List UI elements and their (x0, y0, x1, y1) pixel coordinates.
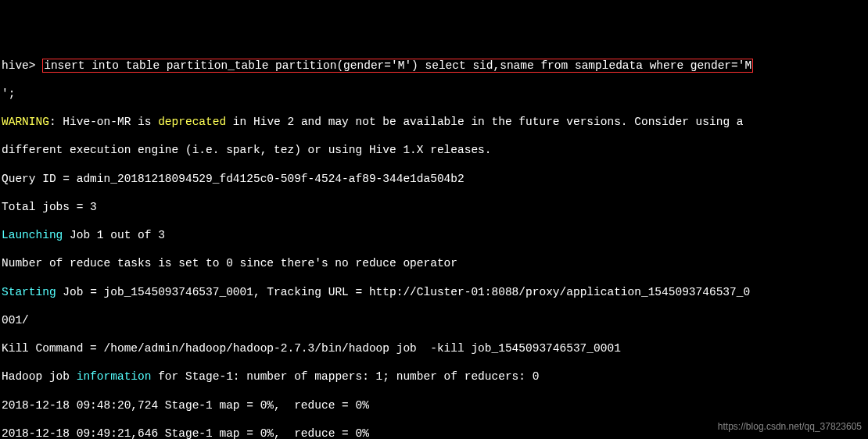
warning-label: WARNING (2, 116, 49, 128)
hive-prompt-line[interactable]: hive> insert into table partition_table … (2, 59, 868, 73)
warning-line2: different execution engine (i.e. spark, … (2, 143, 868, 157)
sql-command-part1: insert into table partition_table partit… (44, 59, 751, 72)
hadoop-job-pre: Hadoop job (2, 370, 77, 383)
query-id-line: Query ID = admin_20181218094529_fd4125c0… (2, 172, 868, 186)
starting-rest: Job = job_1545093746537_0001, Tracking U… (56, 286, 751, 298)
starting-wrap: 001/ (2, 313, 868, 327)
launching-word: Launching (2, 229, 63, 241)
starting-word: Starting (2, 286, 56, 298)
warn-seg2: in Hive 2 and may not be available in th… (226, 116, 743, 128)
reduce-tasks-line: Number of reduce tasks is set to 0 since… (2, 256, 868, 270)
progress-line-1: 2018-12-18 09:48:20,724 Stage-1 map = 0%… (2, 398, 868, 412)
total-jobs-line: Total jobs = 3 (2, 200, 868, 214)
warn-seg1: : Hive-on-MR is (49, 116, 158, 128)
hadoop-job-post: for Stage-1: number of mappers: 1; numbe… (151, 370, 539, 383)
deprecated-word: deprecated (158, 116, 226, 128)
launching-line: Launching Job 1 out of 3 (2, 228, 868, 242)
command-box: insert into table partition_table partit… (42, 59, 753, 73)
command-wrap: '; (2, 87, 868, 101)
warning-line: WARNING: Hive-on-MR is deprecated in Hiv… (2, 115, 868, 129)
hive-prompt: hive> (2, 59, 42, 72)
information-word: information (77, 370, 152, 383)
launching-rest: Job 1 out of 3 (63, 229, 165, 241)
watermark-text: https://blog.csdn.net/qq_37823605 (718, 421, 862, 433)
kill-command-line: Kill Command = /home/admin/hadoop/hadoop… (2, 341, 868, 355)
hadoop-info-line: Hadoop job information for Stage-1: numb… (2, 369, 868, 384)
starting-line: Starting Job = job_1545093746537_0001, T… (2, 285, 868, 299)
